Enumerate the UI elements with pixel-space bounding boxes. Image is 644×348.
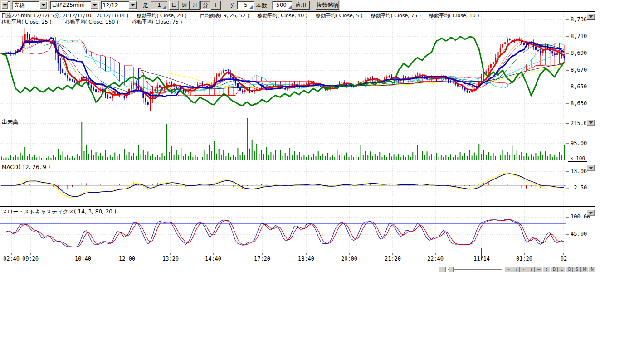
time-tick-label: 11/14: [473, 256, 490, 262]
apply-button[interactable]: 適用: [292, 1, 310, 10]
period-button-分[interactable]: 分: [200, 1, 210, 10]
interval-stepper[interactable]: 1: [151, 1, 167, 10]
volume-multiplier-badge: × 100: [568, 155, 587, 162]
chevron-down-icon[interactable]: [1, 1, 8, 9]
legend-item: 移動平均( Close, 5 ): [316, 12, 363, 19]
volume-axis-menu-button[interactable]: [586, 119, 595, 126]
zoom-slider-thumb[interactable]: [449, 266, 454, 272]
chart-legend-line1: 日経225mini 12/12( 5分, 2012/11/10 - 2012/1…: [1, 12, 479, 19]
bottom-tool-strip: ~↓-↓—tDLBSMN: [0, 266, 595, 272]
legend-item: 移動平均( Close, 20 ): [137, 12, 187, 19]
mini-tool-button[interactable]: N: [588, 266, 595, 272]
price-tick-label: 8,670: [571, 67, 587, 73]
mini-tool-button[interactable]: ~: [504, 266, 512, 272]
time-tick-label: 02: [561, 256, 567, 262]
trading-chart-app: { "toolbar": { "mini_combo_icon": "chevr…: [0, 0, 644, 348]
period-button-月[interactable]: 月: [190, 1, 200, 10]
macd-tick-label: -2.50: [571, 184, 587, 191]
time-tick-label: 22:40: [427, 256, 444, 262]
minute-stepper[interactable]: 5: [237, 1, 254, 10]
macd-tick-label: 13.00: [571, 168, 587, 174]
stoch-tick-label: 45.00: [571, 231, 587, 237]
mini-tool-button[interactable]: D: [550, 266, 558, 272]
mini-tool-button[interactable]: B: [565, 266, 573, 272]
zoom-out-button[interactable]: [438, 266, 446, 272]
price-tick-label: 8,630: [571, 100, 587, 106]
mini-tool-button[interactable]: ↓: [512, 266, 520, 272]
time-tick-label: 21:20: [385, 256, 401, 262]
volume-tick-label: 95.00: [571, 140, 587, 146]
mini-tool-button[interactable]: t: [542, 266, 551, 272]
mini-combo[interactable]: [1, 1, 10, 10]
mini-tool-button[interactable]: -: [520, 266, 528, 272]
minute-value[interactable]: 5: [237, 1, 249, 9]
price-tick-label: 8,730: [571, 16, 587, 23]
main-toolbar: 先物 日経225mini 12/12 足 1 日週月分T 分 5 本数 500 …: [0, 0, 340, 11]
time-tick-label: 18:40: [298, 256, 314, 262]
chevron-down-icon: [589, 212, 593, 214]
symbol-type-combo[interactable]: 先物: [12, 1, 48, 10]
symbol-value: 日経225mini: [50, 1, 91, 9]
price-axis-menu-button[interactable]: [586, 13, 595, 20]
price-tick-label: 8,690: [571, 50, 587, 56]
time-tick-label: 20:00: [341, 256, 357, 262]
mini-tool-button[interactable]: —: [535, 266, 543, 272]
symbol-combo[interactable]: 日経225mini: [50, 1, 99, 10]
contract-combo[interactable]: 12/12: [101, 1, 137, 10]
time-tick-label: 10:40: [75, 256, 91, 262]
time-tick-label: 17:20: [254, 256, 270, 262]
chevron-down-icon: [589, 167, 593, 169]
time-tick-label: 14:40: [205, 256, 221, 262]
macd-panel-label: MACD( 12, 26, 9 ): [2, 164, 50, 170]
price-tick-label: 8,650: [571, 83, 587, 90]
symbol-type-value: 先物: [13, 1, 39, 9]
bars-label: 本数: [256, 2, 267, 9]
chevron-down-icon[interactable]: [91, 1, 98, 9]
time-tick-label: 01:20: [516, 256, 532, 262]
chevron-down-icon: [589, 121, 593, 124]
chevron-down-icon[interactable]: [129, 1, 137, 9]
legend-item: 移動平均( Close, 150 ): [65, 19, 119, 25]
stoch-panel-label: スロー・ストキャスティクス( 14, 3, 80, 20 ): [2, 208, 116, 216]
stoch-axis-menu-button[interactable]: [586, 209, 595, 216]
mini-tool-button[interactable]: M: [581, 266, 589, 272]
legend-item: 移動平均( Close, 75 ): [132, 19, 182, 25]
ashi-label: 足: [143, 2, 148, 9]
chart-canvas[interactable]: [0, 0, 595, 272]
volume-panel-label: 出来高: [2, 118, 18, 126]
time-tick-label: 12:00: [119, 256, 135, 262]
bars-stepper[interactable]: 500: [272, 1, 293, 10]
mini-tool-button[interactable]: S: [573, 266, 581, 272]
time-tick-label: 13:20: [162, 256, 179, 262]
period-button-T[interactable]: T: [211, 1, 221, 10]
legend-item: 移動平均( Close, 75 ): [371, 12, 421, 19]
spinner-icon[interactable]: [162, 1, 167, 9]
period-button-日[interactable]: 日: [169, 1, 179, 10]
legend-item: 日経225mini 12/12( 5分, 2012/11/10 - 2012/1…: [1, 12, 128, 19]
macd-axis-menu-button[interactable]: [586, 164, 595, 171]
mini-tool-button[interactable]: ↓: [527, 266, 535, 272]
time-tick-label: 09:20: [22, 256, 39, 262]
zoom-slider-track[interactable]: [448, 269, 502, 270]
legend-item: 移動平均( Close, 40 ): [257, 12, 307, 19]
legend-item: 一目均衡表( 9, 26, 52 ): [195, 12, 249, 19]
chevron-down-icon[interactable]: [39, 1, 47, 9]
spinner-icon[interactable]: [249, 1, 254, 9]
price-tick-label: 8,710: [571, 33, 587, 39]
legend-item: 移動平均( Close, 10 ): [429, 12, 479, 19]
time-tick-label: 02:40: [3, 256, 20, 262]
multi-symbol-button[interactable]: 複数銘柄: [316, 1, 339, 10]
mini-tool-button[interactable]: L: [558, 266, 566, 272]
legend-item: 移動平均( Close, 25 ): [1, 19, 52, 25]
minute-label: 分: [230, 2, 235, 9]
chevron-down-icon: [589, 15, 593, 18]
chart-legend-line2: 移動平均( Close, 25 )移動平均( Close, 150 )移動平均(…: [1, 19, 182, 25]
period-button-週[interactable]: 週: [180, 1, 190, 10]
bars-value[interactable]: 500: [273, 1, 288, 9]
contract-value: 12/12: [101, 2, 129, 9]
interval-value[interactable]: 1: [151, 1, 162, 9]
